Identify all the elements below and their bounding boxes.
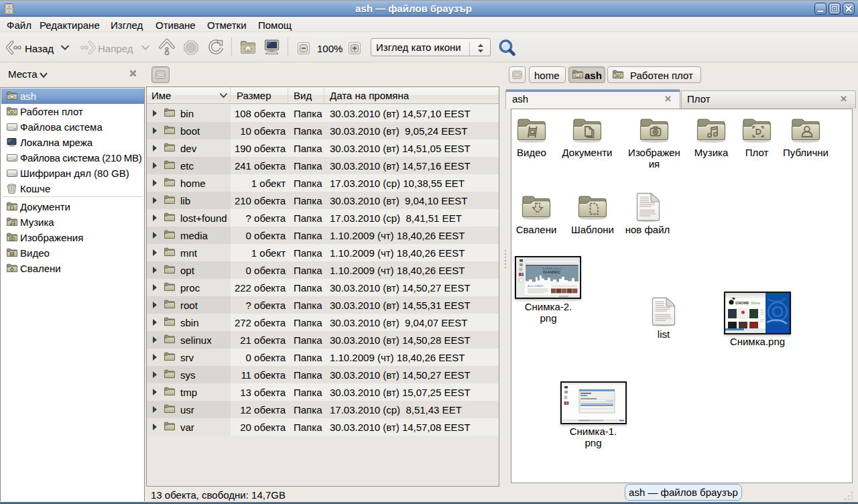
svg-text:About GUADEC: About GUADEC	[528, 285, 544, 288]
svg-text:Store: Store	[751, 301, 760, 305]
svg-text:The GNOME conference: The GNOME conference	[542, 267, 562, 270]
svg-text:July 24-30th, 2010: July 24-30th, 2010	[545, 275, 558, 277]
svg-text:GNOME: GNOME	[735, 301, 749, 305]
svg-text:GUADEC: GUADEC	[543, 270, 561, 274]
